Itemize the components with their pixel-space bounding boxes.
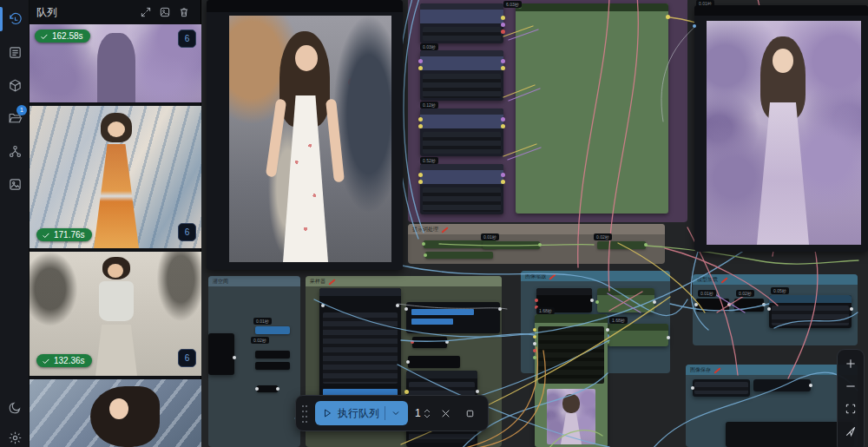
sidebar-item-workflows[interactable]: 1 — [0, 103, 30, 133]
port-dot[interactable] — [850, 307, 853, 311]
node-resize-settings[interactable] — [406, 302, 500, 333]
node-collapsed[interactable] — [255, 362, 290, 370]
port-dot[interactable] — [233, 356, 236, 359]
node-title-bar[interactable] — [516, 3, 668, 11]
sidebar-item-node-map[interactable] — [0, 136, 30, 166]
settings-button[interactable] — [0, 423, 30, 447]
port-dot[interactable] — [501, 117, 505, 122]
node-widget-rows[interactable] — [423, 187, 501, 212]
port-dot[interactable] — [501, 59, 505, 63]
port-dot[interactable] — [404, 390, 409, 394]
node-collapsed[interactable] — [696, 299, 729, 312]
port-dot[interactable] — [476, 390, 479, 393]
port-dot[interactable] — [498, 307, 502, 311]
queue-item-4[interactable] — [30, 379, 201, 447]
group-header[interactable]: 采样器 — [306, 276, 502, 286]
node-clip-encode-3[interactable] — [420, 108, 503, 156]
port-dot[interactable] — [501, 124, 505, 128]
batch-count-stepper[interactable] — [424, 409, 431, 418]
port-dot[interactable] — [538, 243, 542, 247]
port-dot[interactable] — [694, 303, 698, 306]
port-dot[interactable] — [501, 180, 505, 184]
node-clip-encode-4[interactable] — [420, 164, 503, 214]
node-title-bar[interactable] — [769, 295, 852, 303]
toolbar-drag-handle[interactable] — [301, 404, 308, 423]
node-title-bar[interactable] — [420, 164, 503, 170]
port-dot[interactable] — [501, 16, 505, 20]
port-dot[interactable] — [418, 180, 423, 184]
node-title-bar[interactable] — [420, 108, 503, 115]
port-dot[interactable] — [418, 124, 423, 128]
port-dot[interactable] — [533, 335, 536, 339]
zoom-in-button[interactable] — [841, 354, 860, 372]
node-resize-green-2[interactable] — [608, 324, 668, 346]
node-widget-rows[interactable] — [323, 312, 398, 384]
node-title-bar[interactable] — [597, 288, 654, 295]
stop-button[interactable] — [462, 404, 479, 422]
group-header[interactable]: 潜空间 — [208, 276, 300, 286]
port-dot[interactable] — [644, 243, 648, 247]
queue-item-3[interactable]: 132.36s 6 — [30, 252, 201, 376]
port-dot[interactable] — [501, 23, 505, 27]
port-dot[interactable] — [501, 66, 505, 70]
node-title-bar[interactable] — [536, 288, 592, 295]
port-dot[interactable] — [406, 360, 410, 364]
port-dot[interactable] — [411, 340, 414, 344]
sidebar-item-node-library[interactable] — [0, 37, 30, 67]
port-dot[interactable] — [424, 253, 427, 257]
port-dot[interactable] — [445, 340, 449, 344]
port-dot[interactable] — [418, 173, 423, 177]
node-widget-rows[interactable] — [538, 326, 604, 384]
node-title-bar[interactable] — [608, 324, 668, 331]
widget-slider[interactable] — [411, 319, 453, 325]
node-collapsed[interactable] — [257, 385, 278, 392]
theme-toggle-button[interactable] — [0, 392, 30, 422]
node-collapsed-text[interactable] — [425, 252, 493, 259]
node-save-1[interactable] — [693, 379, 750, 397]
port-dot[interactable] — [727, 303, 731, 306]
port-dot[interactable] — [418, 59, 423, 63]
node-save-2[interactable] — [753, 379, 811, 391]
node-title-bar[interactable] — [319, 288, 401, 296]
port-dot[interactable] — [501, 173, 505, 177]
port-dot[interactable] — [255, 387, 259, 391]
node-model-loader[interactable] — [769, 295, 852, 328]
node-widget-rows[interactable] — [694, 382, 748, 394]
fit-view-button[interactable] — [841, 399, 860, 417]
node-collapsed[interactable] — [255, 351, 290, 358]
image-view-toggle-button[interactable] — [155, 3, 174, 22]
port-dot[interactable] — [667, 336, 670, 339]
port-dot[interactable] — [533, 342, 536, 345]
group-header[interactable]: 图像缩放 — [521, 271, 670, 281]
queue-item-2[interactable]: 171.76s 6 — [30, 106, 201, 248]
port-dot[interactable] — [501, 30, 505, 34]
port-dot[interactable] — [595, 300, 599, 304]
run-queue-button[interactable]: 执行队列 — [315, 401, 408, 425]
port-dot[interactable] — [809, 384, 812, 387]
clear-button[interactable] — [437, 404, 455, 422]
sidebar-item-queue-history[interactable] — [0, 4, 30, 34]
port-dot[interactable] — [404, 307, 408, 311]
port-dot[interactable] — [418, 117, 423, 122]
port-dot[interactable] — [321, 304, 325, 307]
node-collapsed[interactable] — [734, 299, 764, 312]
port-dot[interactable] — [422, 242, 425, 246]
group-header[interactable]: 模型加载 — [693, 274, 858, 285]
node-title-bar[interactable] — [420, 50, 503, 56]
port-dot[interactable] — [653, 300, 656, 304]
port-dot[interactable] — [666, 15, 670, 19]
node-preview-right[interactable] — [694, 5, 868, 252]
node-ksampler[interactable] — [535, 314, 608, 447]
queue-item-1[interactable]: 162.58s 6 — [30, 24, 201, 102]
port-dot[interactable] — [767, 307, 771, 311]
port-dot[interactable] — [418, 66, 423, 70]
node-text-multiline[interactable] — [516, 3, 668, 214]
node-title-bar[interactable] — [694, 5, 868, 16]
group-header[interactable]: 提示词处理 — [408, 224, 665, 234]
expand-panel-button[interactable] — [136, 3, 155, 22]
node-preview-main[interactable] — [207, 0, 403, 270]
node-resize-green[interactable] — [597, 288, 654, 312]
node-collapsed[interactable] — [412, 337, 447, 348]
node-collapsed[interactable] — [408, 356, 460, 368]
node-collapsed-selected[interactable] — [255, 326, 290, 334]
